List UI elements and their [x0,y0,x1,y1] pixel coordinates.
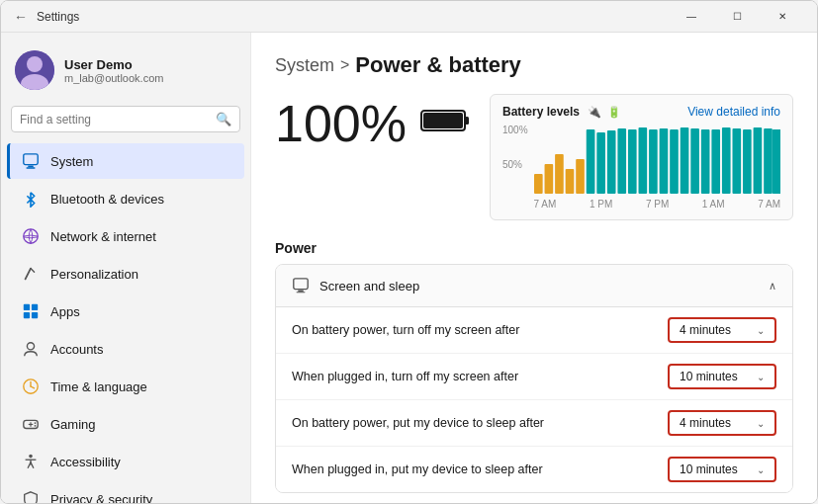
svg-point-19 [35,422,37,424]
dropdown-0-value: 4 minutes [680,323,731,337]
row-0-label: On battery power, turn off my screen aft… [292,323,519,337]
screen-sleep-title: Screen and sleep [319,279,419,294]
dropdown-3[interactable]: 10 minutes ⌄ [668,457,776,482]
maximize-button[interactable]: ☐ [714,1,760,33]
svg-rect-41 [659,128,668,194]
row-2-label: On battery power, put my device to sleep… [292,416,544,430]
svg-rect-31 [555,154,564,194]
power-label: Power [275,240,793,256]
y-label-100: 100% [502,125,528,135]
svg-rect-48 [732,128,741,194]
battery-percent-display: 100% [275,94,470,153]
dropdown-1[interactable]: 10 minutes ⌄ [668,364,776,389]
chevron-down-icon-1: ⌄ [757,372,765,382]
sidebar-item-accessibility[interactable]: Accessibility [7,444,244,479]
sidebar-label-apps: Apps [50,304,80,319]
user-info: User Demo m_lab@outlook.com [64,57,163,84]
battery-percentage: 100% [275,94,407,153]
sidebar-label-privacy: Privacy & security [50,492,152,504]
personalization-icon [21,264,41,284]
battery-small-icon: 🔋 [607,106,621,119]
svg-rect-37 [617,128,626,194]
svg-line-15 [31,386,35,388]
svg-rect-10 [24,312,30,318]
back-button[interactable]: ← [13,9,29,25]
content-area: System > Power & battery 100% [251,33,817,503]
minimize-button[interactable]: — [669,1,714,33]
svg-rect-40 [649,129,658,194]
close-button[interactable]: ✕ [760,1,805,33]
settings-row-0: On battery power, turn off my screen aft… [276,307,792,354]
apps-icon [21,301,41,321]
svg-point-5 [24,229,38,243]
settings-row-2: On battery power, put my device to sleep… [276,400,792,447]
chevron-down-icon-3: ⌄ [757,464,765,475]
svg-rect-8 [24,304,30,310]
svg-rect-11 [32,312,38,318]
svg-rect-38 [628,129,637,194]
monitor-icon [292,277,310,294]
svg-rect-43 [680,127,688,194]
dropdown-3-value: 10 minutes [680,462,738,476]
breadcrumb-separator: > [340,56,349,74]
sidebar-item-gaming[interactable]: Gaming [7,406,244,442]
svg-rect-32 [565,169,574,194]
search-input[interactable] [20,113,210,126]
dropdown-2-value: 4 minutes [680,416,731,430]
search-box[interactable]: 🔍 [11,106,240,132]
svg-point-0 [27,56,43,72]
sidebar-item-apps[interactable]: Apps [7,294,244,329]
sidebar-item-privacy[interactable]: Privacy & security [7,481,244,503]
svg-rect-4 [27,167,36,168]
y-label-50: 50% [502,159,528,170]
avatar [15,50,54,90]
user-profile[interactable]: User Demo m_lab@outlook.com [1,41,250,102]
svg-rect-9 [32,304,38,310]
svg-rect-47 [722,127,731,194]
sidebar-label-accounts: Accounts [50,342,103,357]
breadcrumb-current: Power & battery [355,52,521,78]
sidebar-label-accessibility: Accessibility [50,455,121,469]
sidebar-item-personalization[interactable]: Personalization [7,256,244,292]
settings-window: ← Settings — ☐ ✕ [0,0,818,504]
svg-rect-45 [700,129,709,194]
view-detailed-info-link[interactable]: View detailed info [687,105,780,119]
svg-rect-54 [298,291,303,293]
sidebar-label-gaming: Gaming [50,417,96,432]
dropdown-0[interactable]: 4 minutes ⌄ [668,317,776,343]
sidebar-label-personalization: Personalization [50,267,138,282]
sidebar-item-accounts[interactable]: Accounts [7,331,244,367]
privacy-icon [21,489,41,503]
accounts-icon [21,339,41,359]
dropdown-2[interactable]: 4 minutes ⌄ [668,410,776,436]
settings-row-3: When plugged in, put my device to sleep … [276,447,792,492]
svg-rect-50 [753,127,762,194]
dropdown-1-value: 10 minutes [680,370,738,383]
battery-icon [420,107,470,141]
svg-rect-49 [743,129,752,194]
x-label-7am2: 7 AM [758,199,780,210]
row-3-label: When plugged in, put my device to sleep … [292,462,543,476]
svg-rect-35 [596,132,605,194]
x-label-7am: 7 AM [534,199,557,210]
breadcrumb: System > Power & battery [275,52,793,78]
chart-header: Battery levels 🔌 🔋 View detailed info [502,105,780,119]
sidebar-item-time[interactable]: Time & language [7,369,244,404]
chevron-down-icon-0: ⌄ [757,325,765,336]
sidebar-item-bluetooth[interactable]: Bluetooth & devices [7,181,244,216]
sidebar-item-system[interactable]: System [7,143,244,179]
svg-rect-46 [711,129,720,194]
time-icon [21,377,41,396]
svg-rect-30 [544,164,553,194]
main-layout: User Demo m_lab@outlook.com 🔍 System [1,33,817,503]
svg-rect-34 [586,129,594,194]
sidebar-item-network[interactable]: Network & internet [7,218,244,254]
collapse-icon: ∧ [769,280,776,293]
svg-rect-2 [24,154,38,165]
system-icon [21,151,41,171]
svg-point-20 [35,425,37,427]
screen-sleep-header[interactable]: Screen and sleep ∧ [276,265,792,307]
user-email: m_lab@outlook.com [64,72,163,84]
screen-sleep-card: Screen and sleep ∧ On battery power, tur… [275,264,793,493]
window-title: Settings [37,10,79,24]
